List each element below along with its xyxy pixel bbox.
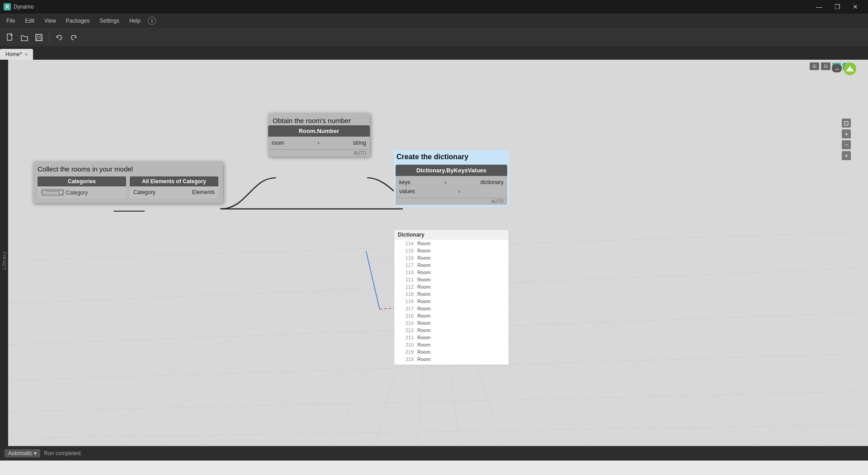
dict-key-1: 115 (398, 248, 414, 253)
menu-view[interactable]: View (40, 16, 61, 26)
dict-val-14: Room (417, 342, 430, 347)
app-icon: R (4, 3, 11, 10)
table-row: 217Room (394, 305, 509, 312)
table-row: 219Room (394, 348, 509, 356)
dict-val-0: Room (417, 241, 430, 246)
room-number-header: Room.Number (268, 125, 370, 137)
keys-arrow-icon: › (444, 179, 446, 185)
svg-line-7 (144, 229, 434, 461)
keys-port-label: keys (399, 179, 410, 185)
undo-button[interactable] (53, 31, 66, 44)
menu-file[interactable]: File (2, 16, 19, 26)
dict-ports: keys › dictionary values › (396, 176, 507, 198)
redo-button[interactable] (67, 31, 80, 44)
dict-key-7: 118 (398, 291, 414, 297)
dict-val-17: Room (417, 364, 430, 365)
table-row: 211Room (394, 334, 509, 341)
dict-val-3: Room (417, 262, 430, 268)
dict-val-15: Room (417, 349, 430, 355)
dict-key-15: 219 (398, 349, 414, 355)
dict-val-9: Room (417, 306, 430, 311)
table-row: 116Room (394, 254, 509, 261)
dict-val-10: Room (417, 313, 430, 318)
view-btn-2[interactable]: ⊟ (821, 62, 830, 70)
info-icon[interactable]: ℹ (148, 17, 156, 25)
category-output-label: Category (66, 190, 88, 196)
canvas-3d[interactable]: Collect the rooms in your model Categori… (8, 60, 860, 461)
library-label: Library (1, 251, 7, 270)
dict-by-keys-header: Dictionary.ByKeysValues (396, 165, 507, 176)
fit-zoom-button[interactable]: ⊡ (842, 119, 851, 128)
table-row: 214Room (394, 319, 509, 327)
dict-val-6: Room (417, 284, 430, 290)
dict-key-2: 116 (398, 255, 414, 261)
dict-key-8: 119 (398, 299, 414, 304)
keys-port-row: keys › dictionary (396, 178, 507, 187)
table-row: 212Room (394, 327, 509, 334)
menu-settings[interactable]: Settings (95, 16, 124, 26)
tab-close-icon[interactable]: × (25, 52, 28, 57)
all-elements-header: All Elements of Category (130, 176, 218, 186)
svg-line-6 (99, 229, 434, 461)
svg-line-26 (8, 391, 860, 411)
status-bar: Automatic ▾ Run completed. (0, 446, 868, 461)
svg-line-4 (8, 229, 434, 461)
all-elements-subnode[interactable]: All Elements of Category Category Elemen… (130, 176, 218, 199)
dict-val-4: Room (417, 270, 430, 275)
create-dict-footer: AUTO (396, 198, 507, 205)
categories-subnode[interactable]: Categories Rooms ▾ Category (38, 176, 126, 199)
collect-rooms-node[interactable]: Collect the rooms in your model Categori… (33, 162, 223, 203)
view-btn-1[interactable]: ⊞ (810, 62, 819, 70)
zoom-out-button[interactable]: − (842, 140, 851, 149)
window-controls: — ❐ ✕ (810, 0, 864, 14)
dict-key-12: 212 (398, 328, 414, 333)
minimize-button[interactable]: — (810, 0, 828, 14)
table-row: 117Room (394, 261, 509, 269)
table-row: 218Room (394, 356, 509, 363)
table-row: 111Room (394, 276, 509, 283)
dict-val-7: Room (417, 291, 430, 297)
table-row: 210Room (394, 341, 509, 348)
run-mode-dropdown[interactable]: Automatic ▾ (5, 449, 40, 457)
open-button[interactable] (18, 31, 31, 44)
room-input-label: room (272, 140, 284, 146)
collect-rooms-title: Collect the rooms in your model (33, 162, 223, 175)
collect-rooms-body: Categories Rooms ▾ Category All Element (33, 175, 223, 203)
update-badge[interactable] (844, 62, 856, 75)
menu-packages[interactable]: Packages (61, 16, 94, 26)
close-button[interactable]: ✕ (846, 0, 864, 14)
maximize-button[interactable]: ❐ (828, 0, 846, 14)
table-row: 110Room (394, 269, 509, 276)
dict-key-11: 214 (398, 320, 414, 326)
tab-home[interactable]: Home* × (0, 49, 33, 60)
dictionary-output-list[interactable]: Dictionary 114Room 115Room 116Room 117Ro… (394, 229, 509, 365)
string-output-label: string (353, 140, 366, 146)
dict-key-6: 112 (398, 284, 414, 290)
menu-help[interactable]: Help (125, 16, 145, 26)
tab-bar: Home* × (0, 47, 868, 60)
svg-line-5 (53, 229, 434, 461)
table-row: 114Room (394, 240, 509, 247)
dict-val-13: Room (417, 335, 430, 340)
table-row: 119Room (394, 298, 509, 305)
create-dictionary-node[interactable]: Create the dictionary Dictionary.ByKeysV… (394, 150, 509, 207)
dict-key-13: 211 (398, 335, 414, 340)
dict-val-8: Room (417, 299, 430, 304)
obtain-room-number-node[interactable]: Obtain the room's number Room.Number roo… (268, 113, 370, 157)
cloud-icon[interactable]: ☁ (832, 64, 842, 72)
dict-key-5: 111 (398, 277, 414, 282)
save-button[interactable] (33, 31, 45, 44)
dict-key-17: 316 (398, 364, 414, 365)
new-button[interactable] (4, 31, 16, 44)
menu-bar: File Edit View Packages Settings Help ℹ (0, 14, 868, 28)
rooms-dropdown[interactable]: Rooms ▾ (41, 189, 64, 196)
add-node-button[interactable]: + (842, 151, 851, 160)
room-number-ports: room › string (268, 137, 370, 149)
values-arrow-icon: › (458, 188, 460, 195)
dict-val-16: Room (417, 356, 430, 362)
dict-val-1: Room (417, 248, 430, 253)
zoom-in-button[interactable]: + (842, 129, 851, 138)
menu-edit[interactable]: Edit (20, 16, 39, 26)
dict-key-10: 216 (398, 313, 414, 318)
toolbar (0, 28, 868, 47)
